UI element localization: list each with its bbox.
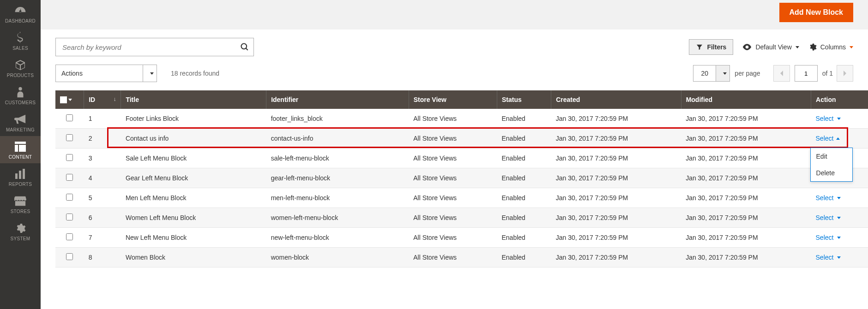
- col-header[interactable]: [55, 90, 84, 109]
- eye-icon: [742, 44, 752, 50]
- svg-point-0: [18, 87, 22, 90]
- cell-store-view: All Store Views: [409, 228, 497, 248]
- table-row[interactable]: 5Men Left Menu Blockmen-left-menu-blockA…: [55, 188, 868, 208]
- sidebar-item-stores[interactable]: STORES: [0, 190, 41, 218]
- table-row[interactable]: 6Women Left Menu Blockwomen-left-menu-bl…: [55, 208, 868, 228]
- funnel-icon: [696, 43, 703, 51]
- col-header[interactable]: Status: [497, 90, 551, 109]
- cell-modified: Jan 30, 2017 7:20:59 PM: [681, 129, 811, 149]
- cell-id: 3: [84, 149, 121, 168]
- row-action-select[interactable]: Select: [816, 254, 841, 261]
- prev-page-button[interactable]: [773, 65, 790, 82]
- cell-title: Sale Left Menu Block: [121, 149, 266, 168]
- row-checkbox[interactable]: [66, 134, 73, 141]
- cell-modified: Jan 30, 2017 7:20:59 PM: [681, 208, 811, 228]
- default-view-control[interactable]: Default View: [742, 43, 799, 51]
- table-row[interactable]: 3Sale Left Menu Blocksale-left-menu-bloc…: [55, 149, 868, 168]
- cell-status: Enabled: [497, 188, 551, 208]
- cell-status: Enabled: [497, 228, 551, 248]
- select-all-checkbox[interactable]: [60, 96, 79, 103]
- sidebar-item-label: MARKETING: [6, 127, 35, 132]
- table-row[interactable]: 8Women Blockwomen-blockAll Store ViewsEn…: [55, 248, 868, 267]
- dropdown-item-edit[interactable]: Edit: [811, 148, 852, 165]
- page-size-select[interactable]: 20: [693, 65, 730, 82]
- cell-id: 1: [84, 109, 121, 129]
- col-header[interactable]: Created: [551, 90, 681, 109]
- table-row[interactable]: 1Footer Links Blockfooter_links_blockAll…: [55, 109, 868, 129]
- next-page-button[interactable]: [837, 65, 853, 82]
- dropdown-item-delete[interactable]: Delete: [811, 165, 852, 181]
- search-input[interactable]: [55, 38, 254, 56]
- row-action-select[interactable]: Select: [816, 194, 841, 202]
- table-row[interactable]: 4Gear Left Menu Blockgear-left-menu-bloc…: [55, 168, 868, 188]
- sidebar-item-label: STORES: [11, 209, 30, 214]
- col-header[interactable]: Modified: [681, 90, 811, 109]
- row-checkbox[interactable]: [66, 214, 73, 220]
- table-row[interactable]: 2Contact us infocontact-us-infoAll Store…: [55, 129, 868, 149]
- row-checkbox[interactable]: [66, 154, 73, 161]
- gauge-icon: [14, 5, 26, 17]
- col-header[interactable]: Action: [811, 90, 868, 109]
- sidebar-item-label: CUSTOMERS: [5, 100, 36, 105]
- row-checkbox[interactable]: [66, 253, 73, 260]
- cell-modified: Jan 30, 2017 7:20:59 PM: [681, 228, 811, 248]
- add-new-block-button[interactable]: Add New Block: [779, 3, 853, 22]
- cell-identifier: new-left-menu-block: [266, 228, 409, 248]
- col-header[interactable]: ID↓: [84, 90, 121, 109]
- cell-id: 7: [84, 228, 121, 248]
- cell-title: Footer Links Block: [121, 109, 266, 129]
- filters-label: Filters: [707, 43, 726, 51]
- mass-actions-select[interactable]: Actions: [55, 65, 157, 82]
- blocks-grid: ID↓TitleIdentifierStore ViewStatusCreate…: [55, 90, 868, 267]
- cell-store-view: All Store Views: [409, 208, 497, 228]
- table-row[interactable]: 7New Left Menu Blocknew-left-menu-blockA…: [55, 228, 868, 248]
- chevron-right-icon: [843, 70, 847, 77]
- sidebar-item-customers[interactable]: CUSTOMERS: [0, 82, 41, 109]
- cell-modified: Jan 30, 2017 7:20:59 PM: [681, 109, 811, 129]
- row-checkbox[interactable]: [66, 174, 73, 181]
- sidebar-item-reports[interactable]: REPORTS: [0, 163, 41, 190]
- row-action-select[interactable]: Select: [816, 214, 841, 221]
- svg-point-4: [241, 44, 247, 49]
- row-action-select[interactable]: Select: [816, 234, 841, 241]
- cell-identifier: sale-left-menu-block: [266, 149, 409, 168]
- sidebar-item-system[interactable]: SYSTEM: [0, 218, 41, 245]
- row-checkbox[interactable]: [66, 114, 73, 121]
- sidebar-item-dashboard[interactable]: DASHBOARD: [0, 0, 41, 27]
- columns-control[interactable]: Columns: [808, 43, 853, 51]
- cell-identifier: men-left-menu-block: [266, 188, 409, 208]
- row-checkbox[interactable]: [66, 233, 73, 240]
- cell-id: 6: [84, 208, 121, 228]
- sidebar-item-content[interactable]: CONTENT: [0, 136, 41, 163]
- search-wrapper: [55, 38, 254, 56]
- of-label: of 1: [822, 70, 833, 77]
- sidebar-item-products[interactable]: PRODUCTS: [0, 54, 41, 82]
- current-page-input[interactable]: [795, 65, 818, 82]
- pagination: 20 per page of 1: [693, 65, 853, 82]
- search-button[interactable]: [235, 38, 254, 56]
- cell-store-view: All Store Views: [409, 188, 497, 208]
- sidebar-item-marketing[interactable]: MARKETING: [0, 109, 41, 136]
- svg-rect-3: [23, 169, 25, 179]
- row-checkbox[interactable]: [66, 194, 73, 201]
- gear-icon: [808, 43, 817, 51]
- col-header[interactable]: Store View: [409, 90, 497, 109]
- cell-created: Jan 30, 2017 7:20:59 PM: [551, 188, 681, 208]
- chevron-down-icon: [837, 197, 841, 199]
- cell-title: Women Left Menu Block: [121, 208, 266, 228]
- row-action-select[interactable]: Select: [816, 115, 841, 122]
- dollar-icon: [17, 32, 24, 44]
- row-action-dropdown[interactable]: EditDelete: [810, 148, 853, 182]
- cell-status: Enabled: [497, 248, 551, 267]
- col-header[interactable]: Identifier: [266, 90, 409, 109]
- cell-created: Jan 30, 2017 7:20:59 PM: [551, 208, 681, 228]
- page-header: Add New Block: [41, 0, 868, 30]
- admin-sidebar: DASHBOARDSALESPRODUCTSCUSTOMERSMARKETING…: [0, 0, 41, 309]
- sidebar-item-label: REPORTS: [9, 182, 32, 187]
- row-action-select[interactable]: Select: [816, 135, 840, 142]
- chevron-down-icon: [68, 99, 72, 101]
- col-header[interactable]: Title: [121, 90, 266, 109]
- grid-wrapper: ID↓TitleIdentifierStore ViewStatusCreate…: [41, 90, 868, 267]
- filters-button[interactable]: Filters: [689, 39, 733, 55]
- sidebar-item-sales[interactable]: SALES: [0, 27, 41, 54]
